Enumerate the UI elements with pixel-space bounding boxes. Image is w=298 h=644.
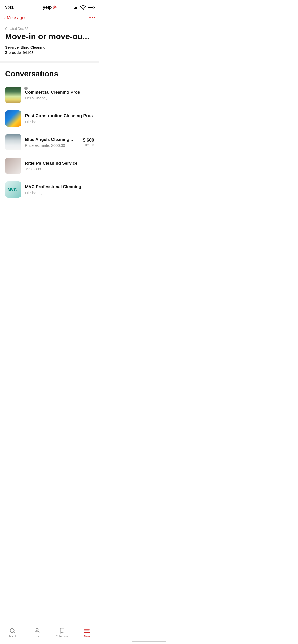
section-divider xyxy=(0,61,99,63)
status-bar: 9:41 yelp ✳ xyxy=(0,0,99,13)
list-item[interactable]: Blue Angels Cleaning... Price estimate: … xyxy=(5,130,94,154)
back-button[interactable]: ‹ Messages xyxy=(4,15,26,21)
service-row: Service Blind Cleaning xyxy=(5,45,94,49)
wifi-icon xyxy=(80,4,86,10)
business-name: Ritiele's Cleaning Service xyxy=(25,161,94,166)
created-date: Created Dec 22 xyxy=(5,27,94,31)
conversations-title: Conversations xyxy=(5,69,94,78)
zipcode-label: Zip code xyxy=(5,50,21,55)
request-meta: Service Blind Cleaning Zip code 94103 xyxy=(5,45,94,55)
business-name: Blue Angels Cleaning... xyxy=(25,137,78,142)
more-options-button[interactable] xyxy=(89,17,95,18)
avatar xyxy=(5,158,21,174)
signal-icon xyxy=(74,6,78,9)
avatar: MVC xyxy=(5,181,21,198)
price-label: Estimate xyxy=(81,143,94,147)
status-time: 9:41 xyxy=(5,5,14,10)
price-estimate: $ 600 Estimate xyxy=(81,138,94,147)
conversation-info: MVC Professional Cleaning Hi Shane, xyxy=(25,184,94,195)
svg-point-0 xyxy=(83,9,83,10)
request-title: Move-in or move-ou... xyxy=(5,32,94,41)
business-name: Commercial Cleaning Pros xyxy=(25,90,94,95)
dot-icon xyxy=(92,17,93,18)
price-amount: $ 600 xyxy=(81,138,94,143)
service-label: Service xyxy=(5,45,19,49)
business-name: Post Construction Cleaning Pros xyxy=(25,113,94,119)
conversation-info: Post Construction Cleaning Pros Hi Shane xyxy=(25,113,94,124)
message-preview: Hi Shane xyxy=(25,120,94,124)
avatar xyxy=(5,110,21,127)
service-value: Blind Cleaning xyxy=(21,45,45,49)
message-preview: Hello Shane, xyxy=(25,96,94,100)
message-preview: $230-300 xyxy=(25,167,94,171)
conversations-section: Conversations Commercial Cleaning Pros H… xyxy=(0,63,99,201)
business-name: MVC Professional Cleaning xyxy=(25,184,94,189)
back-label: Messages xyxy=(7,15,26,20)
chevron-left-icon: ‹ xyxy=(4,15,6,21)
list-item[interactable]: MVC MVC Professional Cleaning Hi Shane, xyxy=(5,178,94,201)
avatar xyxy=(5,87,21,103)
status-icons xyxy=(74,4,94,10)
battery-icon xyxy=(88,6,94,9)
unread-indicator xyxy=(24,87,28,90)
conversation-info: Commercial Cleaning Pros Hello Shane, xyxy=(25,90,94,100)
message-preview: Hi Shane, xyxy=(25,191,94,195)
app-logo: yelp ✳ xyxy=(43,4,57,10)
list-item[interactable]: Post Construction Cleaning Pros Hi Shane xyxy=(5,107,94,130)
request-header: Created Dec 22 Move-in or move-ou... Ser… xyxy=(0,24,99,61)
zipcode-row: Zip code 94103 xyxy=(5,50,94,55)
yelp-logo: yelp ✳ xyxy=(43,4,57,10)
yelp-burst-icon: ✳ xyxy=(52,4,57,10)
message-preview: Price estimate: $600.00 xyxy=(25,143,78,148)
dot-icon xyxy=(94,17,95,18)
conversation-info: Blue Angels Cleaning... Price estimate: … xyxy=(25,137,78,148)
avatar xyxy=(5,134,21,150)
mvc-logo-icon: MVC xyxy=(8,186,19,193)
nav-bar: ‹ Messages xyxy=(0,13,99,24)
list-item[interactable]: Commercial Cleaning Pros Hello Shane, xyxy=(5,83,94,107)
conversation-info: Ritiele's Cleaning Service $230-300 xyxy=(25,161,94,171)
dot-icon xyxy=(89,17,91,18)
yelp-text: yelp xyxy=(43,5,52,10)
svg-text:MVC: MVC xyxy=(8,188,17,192)
zipcode-value: 94103 xyxy=(23,50,34,55)
list-item[interactable]: Ritiele's Cleaning Service $230-300 xyxy=(5,154,94,178)
